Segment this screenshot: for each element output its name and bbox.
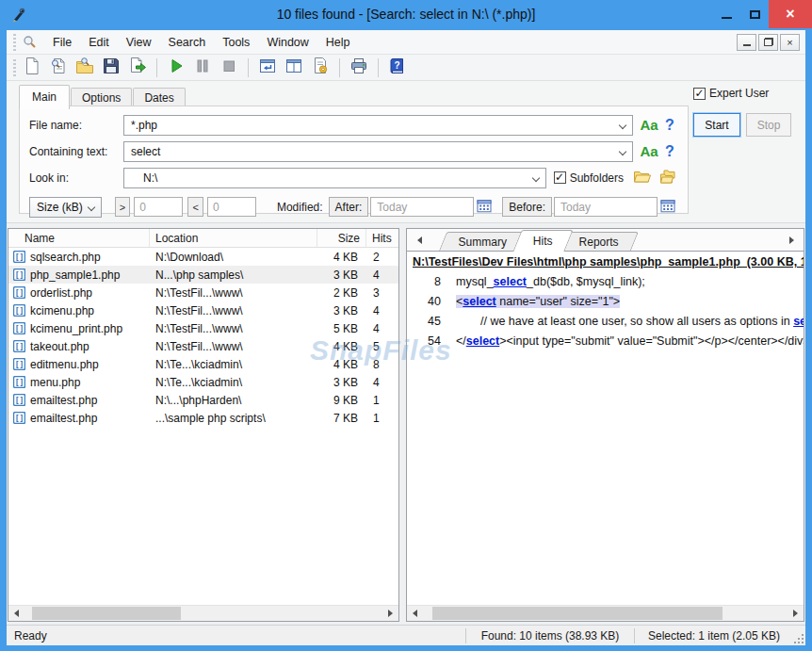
containing-text-match-case-button[interactable]: Aa	[637, 143, 661, 159]
mdi-close-button[interactable]: ×	[780, 34, 800, 51]
file-size-cell: 3 KB	[317, 304, 366, 317]
file-name-help-button[interactable]: ?	[661, 117, 678, 134]
resize-grip[interactable]	[793, 626, 805, 645]
preview-file-header[interactable]: N:\TestFiles\Dev Files\html\php samples\…	[413, 255, 804, 269]
browse-multiple-folders-button[interactable]	[659, 169, 678, 187]
menu-view[interactable]: View	[118, 32, 160, 53]
preview-tab-reports[interactable]: Reports	[560, 232, 639, 251]
table-row[interactable]: []kcimenu_print.phpN:\TestFil...\www\5 K…	[8, 319, 398, 337]
table-row[interactable]: []emailtest.phpN:\...\phpHarden\9 KB1	[8, 391, 398, 409]
hit-match-link[interactable]: sel	[793, 315, 804, 328]
tab-scroll-right-button[interactable]	[785, 236, 798, 244]
expert-user-checkbox[interactable]: ✓ Expert User	[693, 87, 799, 100]
hit-line[interactable]: 45// we have at least one user, so show …	[413, 315, 804, 328]
stop-button[interactable]: Stop	[746, 113, 791, 137]
menu-file[interactable]: File	[44, 32, 80, 53]
file-name-cell: []sqlsearch.php	[8, 251, 150, 264]
table-row[interactable]: []orderlist.phpN:\TestFil...\www\2 KB3	[8, 284, 398, 301]
toggle-results-view-button[interactable]	[255, 56, 280, 79]
form-tab-main[interactable]: Main	[19, 85, 70, 109]
hit-match-link[interactable]: select	[466, 334, 499, 348]
table-row[interactable]: []php_sample1.phpN...\php samples\3 KB4	[8, 266, 398, 284]
file-name-combobox[interactable]	[123, 115, 633, 136]
scroll-left-arrow[interactable]	[407, 606, 423, 621]
maximize-button[interactable]	[740, 0, 769, 28]
containing-text-help-button[interactable]: ?	[661, 143, 678, 160]
toolbar-grip[interactable]	[13, 59, 16, 76]
help-button[interactable]: ?	[385, 56, 410, 79]
file-location-cell: N:\TestFil...\www\	[150, 340, 317, 353]
start-search-button[interactable]	[164, 56, 188, 79]
scroll-right-arrow[interactable]	[788, 606, 804, 621]
table-row[interactable]: []kcimenu.phpN:\TestFil...\www\3 KB4	[8, 301, 398, 319]
menu-help[interactable]: Help	[317, 32, 359, 53]
before-date-input[interactable]	[554, 197, 658, 217]
column-header-size[interactable]: Size	[317, 229, 366, 247]
save-results-button[interactable]	[99, 56, 123, 79]
menu-search[interactable]: Search	[160, 32, 215, 53]
table-row[interactable]: []emailtest.php...\sample php scripts\7 …	[8, 409, 398, 427]
preview-tab-hits[interactable]: Hits	[513, 230, 574, 252]
file-name-match-case-button[interactable]: Aa	[637, 117, 661, 133]
look-in-input[interactable]	[124, 169, 545, 187]
menu-edit[interactable]: Edit	[80, 32, 118, 53]
size-greater-button[interactable]: >	[115, 197, 131, 217]
column-header-hits[interactable]: Hits	[366, 229, 398, 247]
scroll-left-arrow[interactable]	[8, 606, 24, 621]
new-search-button[interactable]	[20, 56, 44, 79]
scrollbar-thumb[interactable]	[32, 607, 181, 620]
panel-splitter[interactable]	[399, 228, 406, 622]
mdi-restore-icon	[764, 38, 773, 46]
mdi-minimize-button[interactable]	[737, 34, 756, 51]
size-max-input[interactable]	[207, 197, 256, 217]
after-date-input[interactable]	[370, 197, 474, 217]
file-hits-cell: 1	[366, 412, 398, 425]
menubar-grip[interactable]	[13, 34, 16, 51]
size-unit-select[interactable]: Size (kB)	[29, 197, 102, 218]
browse-folder-button[interactable]	[633, 169, 652, 187]
table-row[interactable]: []editmenu.phpN:\Te...\kciadmin\4 KB8	[8, 355, 398, 373]
document-system-magnifier-icon[interactable]	[22, 35, 39, 50]
table-row[interactable]: []takeout.phpN:\TestFil...\www\4 KB5	[8, 337, 398, 355]
close-button[interactable]: ×	[769, 0, 812, 28]
subfolders-checkbox[interactable]: ✓ Subfolders	[554, 171, 624, 185]
scroll-right-arrow[interactable]	[382, 606, 398, 621]
tab-scroll-left-button[interactable]	[413, 236, 426, 244]
print-button[interactable]	[347, 56, 371, 79]
size-min-input[interactable]	[134, 197, 183, 217]
start-button[interactable]: Start	[693, 113, 740, 137]
scrollbar-thumb[interactable]	[432, 607, 723, 620]
before-button[interactable]: Before:	[502, 197, 552, 217]
look-in-combobox[interactable]	[123, 168, 546, 188]
containing-text-combobox[interactable]	[123, 141, 633, 162]
report-options-button[interactable]	[308, 56, 333, 79]
after-calendar-button[interactable]	[474, 199, 495, 216]
before-calendar-button[interactable]	[658, 199, 678, 216]
scrollbar-track[interactable]	[24, 606, 382, 621]
split-view-button[interactable]	[282, 56, 306, 79]
export-results-button[interactable]	[125, 56, 150, 79]
table-row[interactable]: []menu.phpN:\Te...\kciadmin\3 KB4	[8, 373, 398, 391]
open-results-button[interactable]	[46, 56, 71, 79]
mdi-restore-button[interactable]	[758, 34, 778, 51]
table-row[interactable]: []sqlsearch.phpN:\Download\4 KB2	[8, 248, 398, 266]
after-button[interactable]: After:	[329, 197, 369, 217]
scrollbar-track[interactable]	[423, 606, 788, 621]
containing-text-input[interactable]	[124, 142, 632, 161]
stop-search-button[interactable]	[217, 56, 241, 79]
hit-match-link[interactable]: select	[494, 275, 527, 288]
column-header-location[interactable]: Location	[150, 229, 317, 247]
hit-line[interactable]: 8mysql_select_db($db, $mysql_link);	[413, 275, 804, 288]
file-name-input[interactable]	[124, 116, 632, 135]
hit-match-link[interactable]: select	[463, 295, 495, 308]
hit-line[interactable]: 40<select name="user" size="1">	[413, 295, 804, 308]
hit-line[interactable]: 54</select><input type="submit" value="S…	[413, 334, 804, 348]
menu-window[interactable]: Window	[258, 32, 317, 53]
look-in-label: Look in:	[29, 171, 123, 185]
size-less-button[interactable]: <	[187, 197, 203, 217]
open-search-button[interactable]	[73, 56, 97, 79]
menu-tools[interactable]: Tools	[214, 32, 258, 53]
pause-search-button[interactable]	[190, 56, 215, 79]
column-header-name[interactable]: Name	[8, 229, 150, 247]
minimize-button[interactable]	[712, 0, 740, 28]
